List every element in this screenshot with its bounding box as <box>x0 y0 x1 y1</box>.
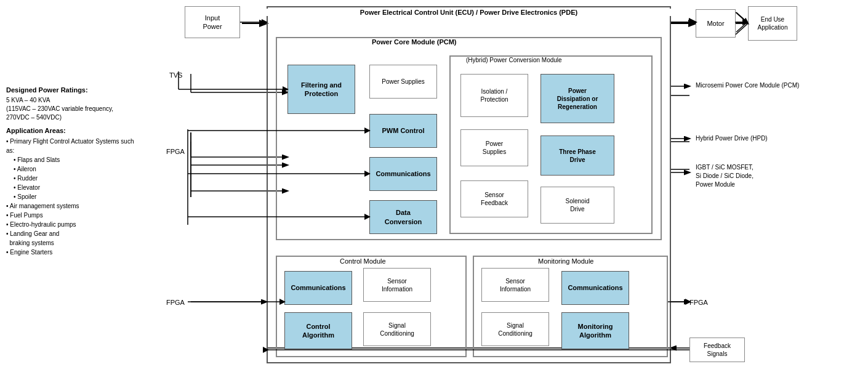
signal-conditioning-1-box: SignalConditioning <box>363 312 431 346</box>
sensor-feedback-box: SensorFeedback <box>460 180 528 217</box>
fpga-3-label: FPGA <box>689 299 708 306</box>
svg-line-20 <box>736 23 748 34</box>
three-phase-box: Three PhaseDrive <box>540 135 614 176</box>
pwm-control-box: PWM Control <box>369 114 437 148</box>
end-use-box: End UseApplication <box>748 6 797 41</box>
diagram: Designed Power Ratings: 5 KVA – 40 KVA(1… <box>0 0 868 372</box>
solenoid-drive-box: SolenoidDrive <box>540 187 614 224</box>
monitoring-title: Monitoring Module <box>536 257 597 265</box>
isolation-box: Isolation /Protection <box>460 74 528 117</box>
fpga-1-label: FPGA <box>166 148 185 155</box>
communications-3-box: Communications <box>561 271 629 305</box>
hybrid-title: (Hybrid) Power Conversion Module <box>465 57 563 63</box>
sensor-info-1-box: SensorInformation <box>363 268 431 302</box>
communications-2-box: Communications <box>284 271 352 305</box>
power-supplies-2-box: PowerSupplies <box>460 129 528 166</box>
fpga-2-label: FPGA <box>166 299 185 306</box>
pcm-title: Power Core Module (PCM) <box>369 38 459 46</box>
ecu-title: Power Electrical Control Unit (ECU) / Po… <box>267 9 671 16</box>
control-algorithm-box: ControlAlgorithm <box>284 312 352 349</box>
data-conversion-box: DataConversion <box>369 200 437 234</box>
microsemi-label: Microsemi Power Core Module (PCM) <box>696 81 799 90</box>
motor-arrows <box>736 6 754 41</box>
power-supplies-1-box: Power Supplies <box>369 65 437 99</box>
hpd-label: Hybrid Power Drive (HPD) <box>696 134 768 143</box>
monitoring-algorithm-box: MonitoringAlgorithm <box>561 312 629 349</box>
control-title: Control Module <box>337 257 388 265</box>
feedback-box: FeedbackSignals <box>689 338 745 362</box>
sensor-info-2-box: SensorInformation <box>481 268 549 302</box>
motor-box: Motor <box>696 9 736 38</box>
svg-line-18 <box>736 12 748 23</box>
igbt-label: IGBT / SiC MOSFET,Si Diode / SiC Diode,P… <box>696 163 753 189</box>
power-dissipation-box: PowerDissipation orRegeneration <box>540 74 614 123</box>
communications-1-box: Communications <box>369 157 437 191</box>
filtering-box: Filtering andProtection <box>287 65 355 114</box>
tvs-label: TVS <box>169 71 182 79</box>
signal-conditioning-2-box: SignalConditioning <box>481 312 549 346</box>
input-power-box: InputPower <box>185 6 240 38</box>
